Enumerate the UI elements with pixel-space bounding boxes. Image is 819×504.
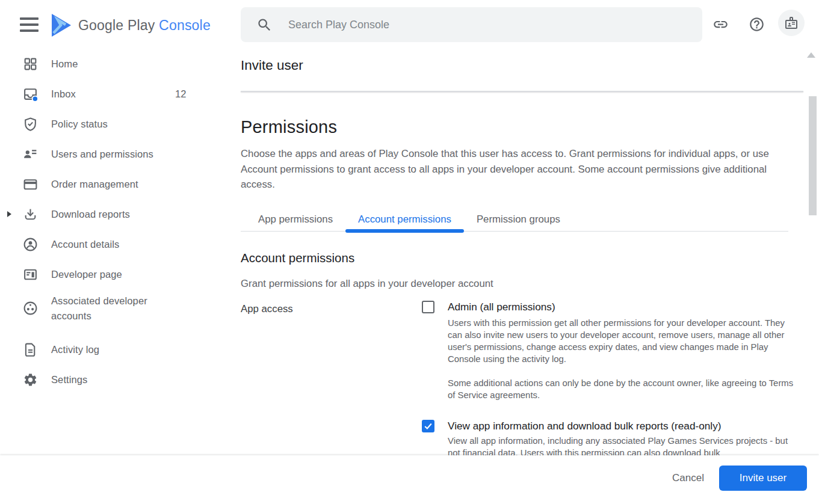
sidebar-item-label: Activity log bbox=[51, 344, 99, 355]
play-logo-icon bbox=[51, 13, 72, 37]
expand-caret-icon[interactable] bbox=[7, 211, 11, 217]
permissions-description: Choose the apps and areas of Play Consol… bbox=[241, 146, 793, 192]
scrollbar-thumb[interactable] bbox=[809, 96, 817, 215]
developer-page-icon bbox=[23, 267, 38, 282]
section-subtitle: Grant permissions for all apps in your d… bbox=[241, 278, 493, 290]
order-card-icon bbox=[23, 177, 38, 192]
sidebar-item-label: Settings bbox=[51, 374, 87, 386]
sidebar-item-label: Policy status bbox=[51, 118, 108, 130]
section-heading: Account permissions bbox=[241, 251, 354, 265]
sidebar-item-users-permissions[interactable]: Users and permissions bbox=[0, 139, 220, 169]
admin-permission-label: Admin (all permissions) bbox=[448, 301, 555, 313]
sidebar-item-policy-status[interactable]: Policy status bbox=[0, 109, 220, 139]
account-details-icon bbox=[23, 237, 38, 252]
inbox-count-badge: 12 bbox=[175, 88, 186, 100]
inbox-icon bbox=[23, 87, 38, 102]
tab-app-permissions[interactable]: App permissions bbox=[246, 207, 345, 231]
account-badge-icon bbox=[784, 16, 799, 30]
home-grid-icon bbox=[23, 57, 38, 72]
scrollbar-up-arrow[interactable] bbox=[807, 52, 815, 58]
sidebar-item-label: Associated developer accounts bbox=[51, 293, 175, 324]
sidebar-item-order-management[interactable]: Order management bbox=[0, 169, 220, 199]
title-divider bbox=[241, 91, 803, 92]
account-badge-button[interactable] bbox=[778, 10, 805, 36]
view-app-info-checkbox[interactable] bbox=[422, 420, 434, 432]
sidebar-item-label: Developer page bbox=[51, 269, 122, 280]
tab-account-permissions[interactable]: Account permissions bbox=[345, 207, 464, 231]
sidebar-item-home[interactable]: Home bbox=[0, 49, 220, 79]
logo-google-play: Google Play bbox=[78, 17, 155, 33]
footer-action-bar: Cancel Invite user bbox=[0, 455, 819, 504]
app-access-label: App access bbox=[241, 303, 293, 315]
top-bar: Google Play Console bbox=[0, 0, 819, 51]
page-title: Invite user bbox=[241, 58, 303, 73]
sidebar-item-activity-log[interactable]: Activity log bbox=[0, 334, 220, 364]
permissions-heading: Permissions bbox=[241, 117, 337, 137]
menu-icon[interactable] bbox=[20, 17, 39, 33]
cancel-button[interactable]: Cancel bbox=[661, 466, 715, 491]
sidebar-item-label: Order management bbox=[51, 179, 138, 190]
admin-permission-description: Users with this permission get all other… bbox=[448, 317, 794, 365]
sidebar-item-label: Account details bbox=[51, 239, 119, 250]
search-input[interactable] bbox=[288, 19, 673, 31]
invite-user-button[interactable]: Invite user bbox=[719, 466, 807, 491]
associated-accounts-icon bbox=[23, 301, 38, 316]
admin-permission-note: Some additional actions can only be done… bbox=[448, 377, 794, 401]
sidebar-item-account-details[interactable]: Account details bbox=[0, 229, 220, 259]
search-icon bbox=[256, 17, 273, 33]
tab-permission-groups[interactable]: Permission groups bbox=[464, 207, 573, 231]
sidebar-item-label: Home bbox=[51, 58, 78, 70]
sidebar-item-associated-developer-accounts[interactable]: Associated developer accounts bbox=[0, 289, 220, 327]
sidebar-item-label: Users and permissions bbox=[51, 149, 153, 160]
play-console-window: Google Play Console bbox=[0, 0, 819, 504]
permissions-tabs: App permissions Account permissions Perm… bbox=[241, 207, 788, 232]
activity-log-icon bbox=[23, 342, 38, 357]
sidebar-item-label: Inbox bbox=[51, 88, 76, 100]
sidebar-item-inbox[interactable]: Inbox 12 bbox=[0, 79, 220, 109]
help-icon[interactable] bbox=[749, 16, 765, 32]
users-permissions-icon bbox=[23, 147, 38, 162]
logo-console: Console bbox=[159, 17, 211, 33]
sidebar-item-settings[interactable]: Settings bbox=[0, 364, 220, 395]
app-logo[interactable]: Google Play Console bbox=[51, 13, 211, 37]
sidebar-item-developer-page[interactable]: Developer page bbox=[0, 259, 220, 289]
checkmark-icon bbox=[423, 421, 433, 431]
policy-shield-icon bbox=[23, 117, 38, 132]
download-icon bbox=[23, 207, 38, 222]
sidebar-item-download-reports[interactable]: Download reports bbox=[0, 199, 220, 229]
sidebar-item-label: Download reports bbox=[51, 209, 130, 220]
admin-checkbox[interactable] bbox=[422, 301, 434, 313]
settings-gear-icon bbox=[23, 372, 38, 387]
app-logo-text: Google Play Console bbox=[78, 17, 211, 34]
search-bar[interactable] bbox=[241, 7, 702, 42]
view-app-info-label: View app information and download bulk r… bbox=[448, 420, 721, 432]
link-icon[interactable] bbox=[712, 16, 729, 32]
